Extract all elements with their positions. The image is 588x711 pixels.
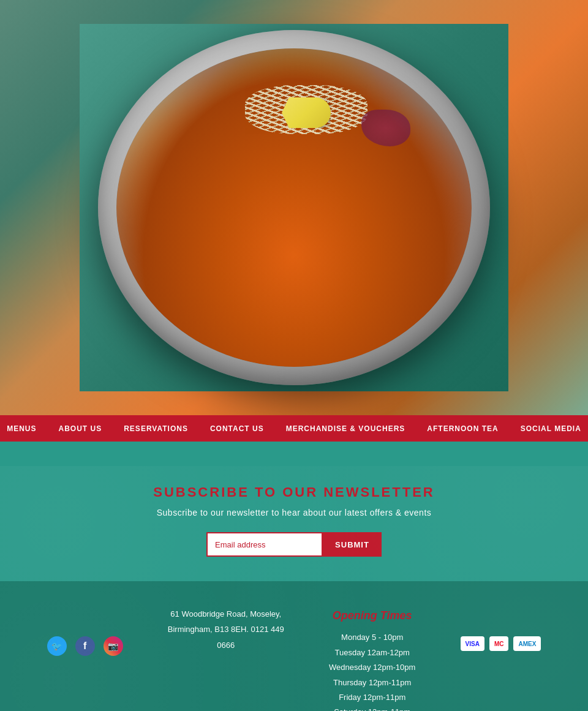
payment-icons: VISA MC AMEX — [461, 606, 541, 651]
address-block: 61 Woodbridge Road, Moseley, Birmingham,… — [168, 606, 284, 653]
hours-monday: Monday 5 - 10pm — [329, 630, 415, 644]
facebook-icon[interactable]: f — [75, 636, 95, 656]
newsletter-section: Subscribe to our Newsletter Subscribe to… — [0, 466, 588, 581]
hours-thursday: Thursday 12pm-11pm — [329, 675, 415, 690]
newsletter-form: SUBMIT — [12, 532, 576, 557]
amex-icon: AMEX — [513, 636, 541, 651]
email-input[interactable] — [206, 532, 323, 557]
nav-reservations[interactable]: RESERVATIONS — [113, 415, 199, 442]
nav-contact-us[interactable]: CONTACT US — [199, 415, 275, 442]
newsletter-title: Subscribe to our Newsletter — [12, 484, 576, 500]
nav-afternoon-tea[interactable]: AFTERNOON TEA — [416, 415, 509, 442]
opening-times-title: Opening Times — [329, 606, 415, 625]
navbar: MENUS ABOUT US RESERVATIONS CONTACT US M… — [0, 415, 588, 442]
submit-button[interactable]: SUBMIT — [323, 532, 382, 557]
mastercard-icon: MC — [489, 636, 509, 651]
address-line3: 0666 — [168, 638, 284, 652]
nav-social-media[interactable]: SOCIAL MEDIA — [510, 415, 588, 442]
hours-wednesday: Wednesday 12pm-10pm — [329, 660, 415, 674]
footer-columns: 🐦 f 📷 61 Woodbridge Road, Moseley, Birmi… — [0, 606, 588, 711]
nav-menus[interactable]: MENUS — [0, 415, 48, 442]
hours-tuesday: Tuesday 12am-12pm — [329, 645, 415, 660]
nav-about-us[interactable]: ABOUT US — [48, 415, 113, 442]
opening-times: Opening Times Monday 5 - 10pm Tuesday 12… — [329, 606, 415, 711]
footer: Subscribe to our Newsletter Subscribe to… — [0, 442, 588, 711]
newsletter-subtitle: Subscribe to our newsletter to hear abou… — [12, 508, 576, 517]
address-line2: Birmingham, B13 8EH. 0121 449 — [168, 622, 284, 636]
twitter-icon[interactable]: 🐦 — [47, 636, 67, 656]
hours-friday: Friday 12pm-11pm — [329, 690, 415, 704]
visa-icon: VISA — [461, 636, 484, 651]
footer-bottom: 🐦 f 📷 61 Woodbridge Road, Moseley, Birmi… — [0, 581, 588, 711]
social-icons: 🐦 f 📷 — [47, 606, 123, 656]
address-line1: 61 Woodbridge Road, Moseley, — [168, 607, 284, 621]
food-visual — [80, 24, 508, 391]
instagram-icon[interactable]: 📷 — [104, 636, 123, 656]
bowl — [98, 30, 490, 385]
nav-merchandise[interactable]: MERCHANDISE & VOUCHERS — [275, 415, 417, 442]
hours-saturday: Saturday 12pm-11pm — [329, 705, 415, 711]
hero-image — [0, 0, 588, 415]
